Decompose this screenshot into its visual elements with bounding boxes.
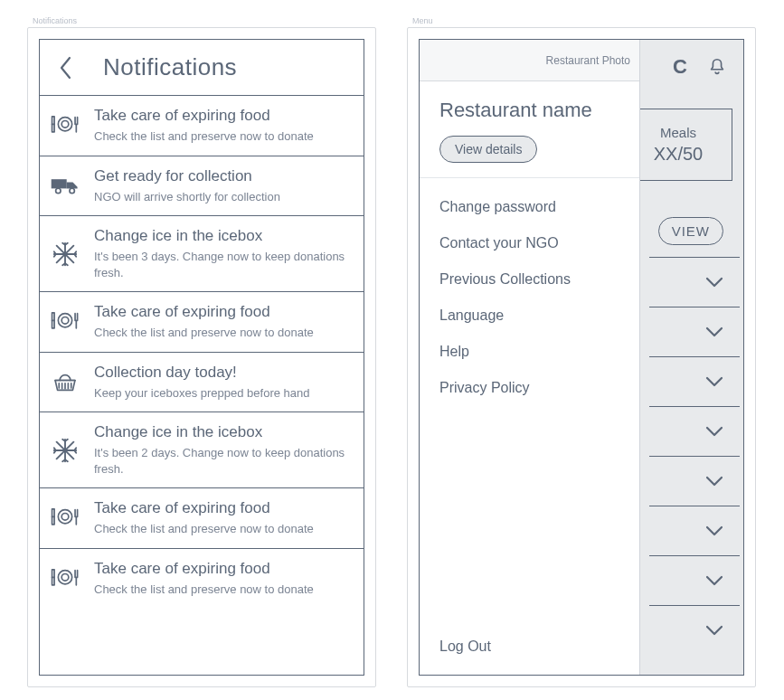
chevron-down-icon (705, 625, 723, 636)
frame-label-menu: Menu (412, 16, 756, 25)
chevron-down-icon (705, 426, 723, 437)
chevron-down-icon (705, 326, 723, 337)
drawer-link[interactable]: Privacy Policy (439, 370, 639, 406)
drawer-link[interactable]: Previous Collections (439, 261, 639, 298)
plate-icon (49, 502, 81, 534)
svg-point-5 (70, 189, 74, 194)
menu-drawer: Restaurant Photo Restaurant name View de… (420, 40, 640, 675)
svg-point-8 (61, 317, 69, 324)
plate-icon (49, 109, 81, 142)
peek-row[interactable] (649, 356, 740, 406)
notification-item[interactable]: Take care of expiring foodCheck the list… (40, 549, 364, 609)
notification-title: Change ice in the icebox (94, 423, 351, 441)
view-button[interactable]: VIEW (658, 217, 723, 245)
notifications-frame: Notifications Take care of expiring food… (27, 27, 376, 687)
drawer-link[interactable]: Contact your NGO (439, 225, 639, 261)
notification-item[interactable]: Take care of expiring foodCheck the list… (40, 488, 364, 549)
peek-logo-letter: C (673, 55, 687, 79)
bell-icon[interactable] (707, 57, 727, 77)
notification-body: Check the list and preserve now to donat… (94, 128, 351, 145)
peek-row[interactable] (649, 555, 740, 605)
peek-row[interactable] (649, 406, 740, 456)
notification-title: Change ice in the icebox (94, 227, 351, 245)
svg-point-1 (58, 117, 71, 130)
notification-body: Check the list and preserve now to donat… (94, 521, 351, 537)
drawer-link[interactable]: Help (439, 334, 639, 370)
svg-point-10 (58, 510, 71, 524)
notifications-list: Take care of expiring foodCheck the list… (40, 96, 364, 608)
notification-title: Take care of expiring food (94, 560, 351, 578)
restaurant-name: Restaurant name (439, 98, 623, 123)
notification-title: Take care of expiring food (94, 107, 351, 125)
chevron-down-icon (705, 277, 723, 288)
menu-frame: C Meals XX/50 VIEW Restaurant Photo Rest… (407, 27, 756, 687)
notification-body: Keep your iceboxes prepped before hand (94, 385, 351, 402)
svg-point-13 (58, 570, 71, 583)
peek-row[interactable] (649, 456, 740, 506)
frame-label-notifications: Notifications (33, 16, 376, 25)
notification-body: It's been 2 days. Change now to keep don… (94, 445, 351, 477)
svg-point-4 (56, 189, 61, 194)
meals-value: XX/50 (654, 144, 703, 165)
back-button[interactable] (54, 56, 78, 80)
plate-icon (49, 563, 81, 595)
notification-body: Check the list and preserve now to donat… (94, 325, 351, 341)
peek-row[interactable] (649, 605, 740, 655)
snow-icon (49, 434, 81, 467)
svg-point-7 (58, 314, 71, 327)
notification-item[interactable]: Get ready for collectionNGO will arrive … (40, 156, 364, 217)
peek-row[interactable] (649, 307, 740, 356)
truck-icon (49, 169, 81, 202)
notification-item[interactable]: Take care of expiring foodCheck the list… (40, 96, 364, 156)
restaurant-photo-placeholder: Restaurant Photo (420, 40, 639, 81)
notification-body: NGO will arrive shortly for collection (94, 189, 351, 205)
chevron-left-icon (59, 56, 73, 80)
notification-item[interactable]: Take care of expiring foodCheck the list… (40, 292, 364, 353)
chevron-down-icon (705, 476, 723, 487)
chevron-down-icon (705, 376, 723, 387)
peek-row[interactable] (649, 506, 740, 555)
logout-link[interactable]: Log Out (420, 639, 639, 675)
meals-card: Meals XX/50 (624, 109, 732, 181)
view-details-button[interactable]: View details (439, 136, 537, 163)
drawer-link[interactable]: Change password (439, 189, 639, 225)
plate-icon (49, 306, 81, 338)
peek-row[interactable] (649, 257, 740, 307)
notification-title: Collection day today! (94, 364, 351, 382)
notification-item[interactable]: Collection day today!Keep your iceboxes … (40, 353, 364, 413)
snow-icon (49, 238, 81, 270)
notification-title: Get ready for collection (94, 167, 351, 185)
notification-title: Take care of expiring food (94, 499, 351, 517)
basket-icon (49, 366, 81, 399)
svg-point-14 (61, 573, 69, 581)
notification-body: It's been 3 days. Change now to keep don… (94, 249, 351, 280)
chevron-down-icon (705, 575, 723, 586)
svg-point-2 (61, 120, 69, 128)
meals-label: Meals (660, 125, 696, 140)
notifications-header: Notifications (40, 40, 364, 96)
drawer-links: Change passwordContact your NGOPrevious … (420, 178, 639, 639)
notification-title: Take care of expiring food (94, 303, 351, 321)
svg-point-11 (61, 514, 69, 521)
notification-item[interactable]: Change ice in the iceboxIt's been 2 days… (40, 412, 364, 488)
chevron-down-icon (705, 525, 723, 536)
peek-rows (649, 257, 740, 655)
notification-item[interactable]: Change ice in the iceboxIt's been 3 days… (40, 216, 364, 292)
notification-body: Check the list and preserve now to donat… (94, 582, 351, 598)
drawer-link[interactable]: Language (439, 298, 639, 334)
notifications-title: Notifications (103, 53, 237, 81)
svg-rect-3 (52, 180, 67, 189)
